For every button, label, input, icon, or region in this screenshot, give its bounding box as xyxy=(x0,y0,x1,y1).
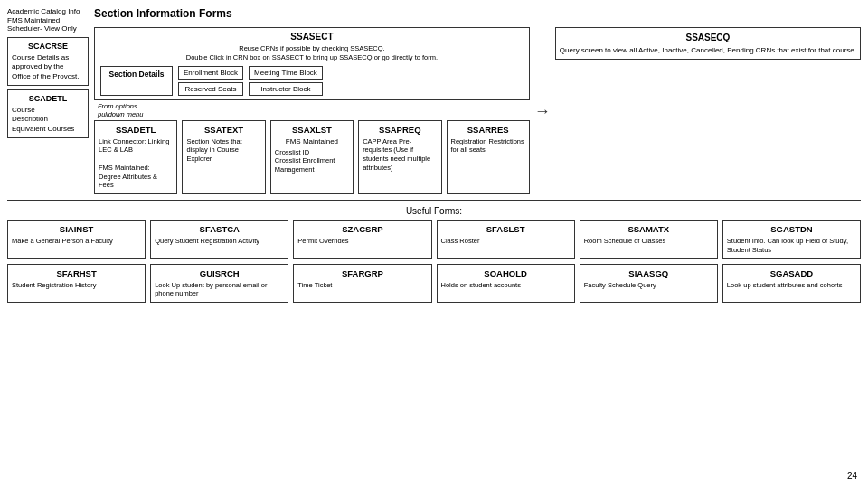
guisrch-body: Look Up student by personal email or pho… xyxy=(155,281,284,299)
sfargrp-box: SFARGRP Time Ticket xyxy=(293,264,431,304)
left-sidebar: Academic Catalog Info FMS Maintained Sch… xyxy=(7,7,89,194)
ssasecq-body: Query screen to view all Active, Inactiv… xyxy=(560,46,856,55)
sfarhst-body: Student Registration History xyxy=(12,281,141,290)
ssasect-area: SSASECT Reuse CRNs if possible by checki… xyxy=(94,27,530,194)
scacrse-box: SCACRSE Course Details as approved by th… xyxy=(7,37,89,86)
sgastdn-box: SGASTDN Student Info. Can look up Field … xyxy=(722,220,861,259)
szacsrp-body: Permit Overrides xyxy=(297,237,427,246)
sfargrp-title: SFARGRP xyxy=(297,268,427,278)
scadetl-item-2: Description xyxy=(12,115,84,124)
scadetl-title: SCADETL xyxy=(12,94,84,103)
forms-row-1: SIAINST Make a General Person a Faculty … xyxy=(7,220,861,259)
ssasecq-box: SSASECQ Query screen to view all Active,… xyxy=(555,27,861,60)
ssatext-title: SSATEXT xyxy=(186,125,260,135)
ssasecq-title: SSASECQ xyxy=(560,32,856,43)
ssatext-box: SSATEXT Section Notes that display in Co… xyxy=(182,120,265,195)
soahold-box: SOAHOLD Holds on student accounts xyxy=(437,264,575,304)
scadetl-item-3: Equivalent Courses xyxy=(12,125,84,134)
ssadetl-link: Link Connector: Linking LEC & LAB xyxy=(99,137,173,155)
ssarres-box: SSARRES Registration Restrictions for al… xyxy=(447,120,530,195)
sgastdn-body: Student Info. Can look up Field of Study… xyxy=(727,237,856,255)
section-header: Section Information Forms xyxy=(94,7,861,20)
ssasect-note-line1: Reuse CRNs if possible by checking SSASE… xyxy=(239,44,384,52)
siainst-title: SIAINST xyxy=(12,224,141,234)
sgastdn-title: SGASTDN xyxy=(727,224,856,234)
scadetl-item-1: Course xyxy=(12,106,84,115)
guisrch-box: GUISRCH Look Up student by personal emai… xyxy=(150,264,288,304)
ssaxlst-body: Crosslist ID Crosslist Enrollment Manage… xyxy=(275,148,349,174)
sgasadd-body: Look up student attributes and cohorts xyxy=(727,281,856,290)
sfarhst-box: SFARHST Student Registration History xyxy=(7,264,146,304)
ssadetl-box: SSADETL Link Connector: Linking LEC & LA… xyxy=(94,120,177,195)
szacsrp-box: SZACSRP Permit Overrides xyxy=(293,220,431,259)
ssaxlst-box: SSAXLST FMS Maintained Crosslist ID Cros… xyxy=(270,120,354,195)
meeting-time-box: Meeting Time Block xyxy=(249,66,323,80)
enrollment-block-col: Enrollment Block Reserved Seats xyxy=(178,66,243,96)
siaasgq-body: Faculty Schedule Query xyxy=(584,281,713,290)
horizontal-divider xyxy=(7,200,861,201)
sfastca-title: SFASTCA xyxy=(155,224,284,234)
sfaslst-body: Class Roster xyxy=(441,237,571,246)
page: Academic Catalog Info FMS Maintained Sch… xyxy=(0,0,868,488)
instructor-block-box: Instructor Block xyxy=(249,82,323,96)
sfastca-box: SFASTCA Query Student Registration Activ… xyxy=(150,220,288,259)
siainst-body: Make a General Person a Faculty xyxy=(12,237,141,246)
ssapreq-body: CAPP Area Pre-requisites (Use if student… xyxy=(363,137,437,173)
main-content: Section Information Forms SSASECT Reuse … xyxy=(94,7,861,194)
sfarhst-title: SFARHST xyxy=(12,268,141,278)
ssamatx-title: SSAMATX xyxy=(584,224,713,234)
ssadetl-fms: FMS Maintained: Degree Attributes & Fees xyxy=(99,164,173,190)
guisrch-title: GUISRCH xyxy=(155,268,284,278)
siainst-box: SIAINST Make a General Person a Faculty xyxy=(7,220,146,259)
ssasect-box: SSASECT Reuse CRNs if possible by checki… xyxy=(94,27,530,100)
sidebar-title: Academic Catalog Info FMS Maintained Sch… xyxy=(7,7,89,33)
meeting-time-col: Meeting Time Block Instructor Block xyxy=(249,66,323,96)
ssadetl-body: Link Connector: Linking LEC & LAB FMS Ma… xyxy=(99,137,173,191)
section-details-box: Section Details xyxy=(100,66,173,96)
ssaxlst-subtitle: FMS Maintained xyxy=(275,137,349,145)
page-number: 24 xyxy=(847,471,857,481)
ssasect-note: Reuse CRNs if possible by checking SSASE… xyxy=(100,44,524,62)
from-options-label: From options pulldown menu xyxy=(98,102,530,118)
reserved-seats-box: Reserved Seats xyxy=(178,82,243,96)
ssapreq-box: SSAPREQ CAPP Area Pre-requisites (Use if… xyxy=(358,120,441,195)
arrow-to-ssasecq: → xyxy=(534,103,551,119)
sgasadd-title: SGASADD xyxy=(727,268,856,278)
siaasgq-box: SIAASGQ Faculty Schedule Query xyxy=(580,264,718,304)
bottom-diagram-row: SSADETL Link Connector: Linking LEC & LA… xyxy=(94,120,530,195)
useful-forms-label: Useful Forms: xyxy=(7,206,861,216)
ssadetl-title: SSADETL xyxy=(99,125,173,135)
sfaslst-box: SFASLST Class Roster xyxy=(437,220,575,259)
sfaslst-title: SFASLST xyxy=(441,224,571,234)
enrollment-block-box: Enrollment Block xyxy=(178,66,243,80)
ssaxlst-title: SSAXLST xyxy=(275,125,349,135)
ssamatx-box: SSAMATX Room Schedule of Classes xyxy=(580,220,718,259)
sfastca-body: Query Student Registration Activity xyxy=(155,237,284,246)
szacsrp-title: SZACSRP xyxy=(297,224,427,234)
ssasect-note-line2: Double Click in CRN box on SSASECT to br… xyxy=(186,53,438,61)
sfargrp-body: Time Ticket xyxy=(297,281,427,290)
ssarres-title: SSARRES xyxy=(451,125,525,135)
scadetl-body: Course Description Equivalent Courses xyxy=(12,106,84,134)
ssarres-body: Registration Restrictions for all seats xyxy=(451,137,525,155)
soahold-body: Holds on student accounts xyxy=(441,281,571,290)
top-area: Academic Catalog Info FMS Maintained Sch… xyxy=(7,7,861,194)
ssapreq-title: SSAPREQ xyxy=(363,125,437,135)
ssamatx-body: Room Schedule of Classes xyxy=(584,237,713,246)
section-details-row: Section Details Enrollment Block Reserve… xyxy=(100,66,524,96)
scacrse-title: SCACRSE xyxy=(12,42,84,51)
sgasadd-box: SGASADD Look up student attributes and c… xyxy=(722,264,861,304)
useful-forms-area: Useful Forms: SIAINST Make a General Per… xyxy=(7,206,861,481)
ssasect-title: SSASECT xyxy=(100,32,524,42)
forms-row-2: SFARHST Student Registration History GUI… xyxy=(7,264,861,304)
scadetl-box: SCADETL Course Description Equivalent Co… xyxy=(7,89,89,138)
top-diagram-row: SSASECT Reuse CRNs if possible by checki… xyxy=(94,27,861,194)
ssatext-body: Section Notes that display in Course Exp… xyxy=(186,137,260,164)
siaasgq-title: SIAASGQ xyxy=(584,268,713,278)
soahold-title: SOAHOLD xyxy=(441,268,571,278)
scacrse-body: Course Details as approved by the Office… xyxy=(12,53,84,81)
